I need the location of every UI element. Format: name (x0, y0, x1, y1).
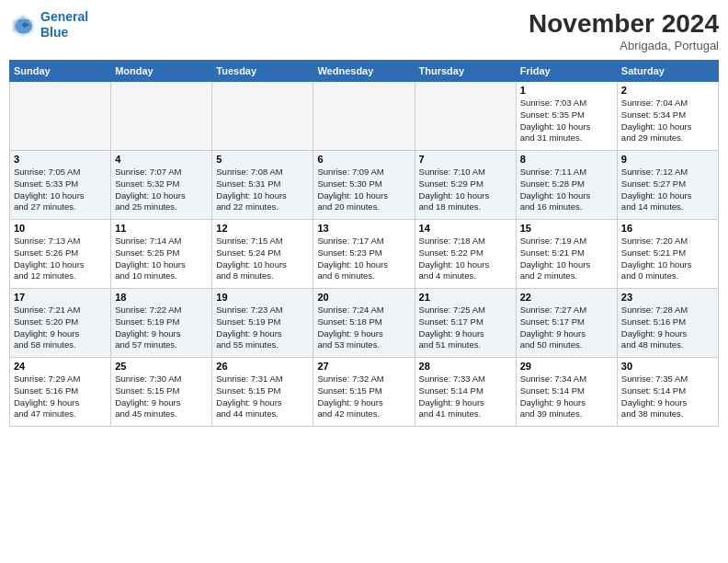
day-info: Sunrise: 7:19 AM Sunset: 5:21 PM Dayligh… (520, 236, 613, 282)
page-header: General Blue November 2024 Abrigada, Por… (9, 9, 719, 52)
calendar-cell: 20Sunrise: 7:24 AM Sunset: 5:18 PM Dayli… (313, 289, 415, 358)
day-number: 2 (621, 85, 714, 96)
calendar-cell: 21Sunrise: 7:25 AM Sunset: 5:17 PM Dayli… (415, 289, 516, 358)
day-info: Sunrise: 7:22 AM Sunset: 5:19 PM Dayligh… (115, 304, 208, 351)
day-info: Sunrise: 7:30 AM Sunset: 5:15 PM Dayligh… (115, 373, 208, 420)
day-info: Sunrise: 7:31 AM Sunset: 5:15 PM Dayligh… (216, 373, 309, 420)
weekday-header-wednesday: Wednesday (313, 61, 415, 82)
calendar-cell: 29Sunrise: 7:34 AM Sunset: 5:14 PM Dayli… (516, 358, 617, 427)
day-number: 19 (216, 292, 309, 303)
calendar-cell: 18Sunrise: 7:22 AM Sunset: 5:19 PM Dayli… (111, 289, 212, 358)
calendar-cell: 4Sunrise: 7:07 AM Sunset: 5:32 PM Daylig… (111, 151, 212, 220)
day-number: 27 (317, 361, 410, 372)
title-block: November 2024 Abrigada, Portugal (529, 9, 719, 52)
calendar-cell: 26Sunrise: 7:31 AM Sunset: 5:15 PM Dayli… (212, 358, 313, 427)
day-info: Sunrise: 7:32 AM Sunset: 5:15 PM Dayligh… (317, 373, 410, 420)
day-info: Sunrise: 7:03 AM Sunset: 5:35 PM Dayligh… (520, 98, 613, 144)
calendar-cell: 14Sunrise: 7:18 AM Sunset: 5:22 PM Dayli… (415, 220, 516, 289)
logo-text-blue: Blue (40, 25, 68, 40)
day-info: Sunrise: 7:18 AM Sunset: 5:22 PM Dayligh… (419, 236, 512, 282)
calendar-cell: 2Sunrise: 7:04 AM Sunset: 5:34 PM Daylig… (617, 82, 718, 151)
day-number: 30 (621, 361, 714, 372)
weekday-header-friday: Friday (516, 61, 617, 82)
day-info: Sunrise: 7:29 AM Sunset: 5:16 PM Dayligh… (14, 373, 107, 420)
calendar-cell: 17Sunrise: 7:21 AM Sunset: 5:20 PM Dayli… (10, 289, 111, 358)
day-info: Sunrise: 7:12 AM Sunset: 5:27 PM Dayligh… (621, 167, 714, 213)
calendar-week-row: 24Sunrise: 7:29 AM Sunset: 5:16 PM Dayli… (10, 358, 719, 427)
day-number: 14 (419, 223, 512, 234)
day-info: Sunrise: 7:24 AM Sunset: 5:18 PM Dayligh… (317, 304, 410, 351)
calendar-cell: 15Sunrise: 7:19 AM Sunset: 5:21 PM Dayli… (516, 220, 617, 289)
weekday-header-saturday: Saturday (617, 61, 718, 82)
day-number: 10 (14, 223, 107, 234)
day-number: 18 (115, 292, 208, 303)
calendar-cell: 12Sunrise: 7:15 AM Sunset: 5:24 PM Dayli… (212, 220, 313, 289)
day-info: Sunrise: 7:20 AM Sunset: 5:21 PM Dayligh… (621, 236, 714, 282)
calendar-table: SundayMondayTuesdayWednesdayThursdayFrid… (9, 60, 719, 427)
weekday-header-row: SundayMondayTuesdayWednesdayThursdayFrid… (10, 61, 719, 82)
calendar-cell: 13Sunrise: 7:17 AM Sunset: 5:23 PM Dayli… (313, 220, 415, 289)
calendar-cell: 7Sunrise: 7:10 AM Sunset: 5:29 PM Daylig… (415, 151, 516, 220)
day-info: Sunrise: 7:33 AM Sunset: 5:14 PM Dayligh… (419, 373, 512, 420)
day-info: Sunrise: 7:09 AM Sunset: 5:30 PM Dayligh… (317, 167, 410, 213)
day-number: 29 (520, 361, 613, 372)
day-info: Sunrise: 7:35 AM Sunset: 5:14 PM Dayligh… (621, 373, 714, 420)
day-number: 9 (621, 154, 714, 165)
month-title: November 2024 (529, 9, 719, 39)
day-info: Sunrise: 7:13 AM Sunset: 5:26 PM Dayligh… (14, 236, 107, 282)
day-info: Sunrise: 7:04 AM Sunset: 5:34 PM Dayligh… (621, 98, 714, 144)
calendar-cell: 8Sunrise: 7:11 AM Sunset: 5:28 PM Daylig… (516, 151, 617, 220)
calendar-week-row: 1Sunrise: 7:03 AM Sunset: 5:35 PM Daylig… (10, 82, 719, 151)
day-info: Sunrise: 7:21 AM Sunset: 5:20 PM Dayligh… (14, 304, 107, 351)
day-info: Sunrise: 7:15 AM Sunset: 5:24 PM Dayligh… (216, 236, 309, 282)
day-number: 13 (317, 223, 410, 234)
calendar-cell: 11Sunrise: 7:14 AM Sunset: 5:25 PM Dayli… (111, 220, 212, 289)
day-number: 21 (419, 292, 512, 303)
calendar-cell: 16Sunrise: 7:20 AM Sunset: 5:21 PM Dayli… (617, 220, 718, 289)
day-info: Sunrise: 7:23 AM Sunset: 5:19 PM Dayligh… (216, 304, 309, 351)
day-number: 8 (520, 154, 613, 165)
day-number: 4 (115, 154, 208, 165)
weekday-header-monday: Monday (111, 61, 212, 82)
logo-icon (9, 11, 37, 39)
day-info: Sunrise: 7:11 AM Sunset: 5:28 PM Dayligh… (520, 167, 613, 213)
day-number: 26 (216, 361, 309, 372)
weekday-header-tuesday: Tuesday (212, 61, 313, 82)
day-number: 12 (216, 223, 309, 234)
calendar-week-row: 3Sunrise: 7:05 AM Sunset: 5:33 PM Daylig… (10, 151, 719, 220)
day-info: Sunrise: 7:05 AM Sunset: 5:33 PM Dayligh… (14, 167, 107, 213)
day-info: Sunrise: 7:34 AM Sunset: 5:14 PM Dayligh… (520, 373, 613, 420)
logo-text-general: General (40, 9, 88, 24)
day-number: 22 (520, 292, 613, 303)
day-number: 17 (14, 292, 107, 303)
calendar-cell: 22Sunrise: 7:27 AM Sunset: 5:17 PM Dayli… (516, 289, 617, 358)
calendar-cell: 25Sunrise: 7:30 AM Sunset: 5:15 PM Dayli… (111, 358, 212, 427)
calendar-cell: 27Sunrise: 7:32 AM Sunset: 5:15 PM Dayli… (313, 358, 415, 427)
calendar-cell: 23Sunrise: 7:28 AM Sunset: 5:16 PM Dayli… (617, 289, 718, 358)
day-info: Sunrise: 7:07 AM Sunset: 5:32 PM Dayligh… (115, 167, 208, 213)
day-number: 15 (520, 223, 613, 234)
day-number: 23 (621, 292, 714, 303)
calendar-cell: 19Sunrise: 7:23 AM Sunset: 5:19 PM Dayli… (212, 289, 313, 358)
day-number: 1 (520, 85, 613, 96)
calendar-week-row: 17Sunrise: 7:21 AM Sunset: 5:20 PM Dayli… (10, 289, 719, 358)
calendar-cell: 1Sunrise: 7:03 AM Sunset: 5:35 PM Daylig… (516, 82, 617, 151)
day-info: Sunrise: 7:17 AM Sunset: 5:23 PM Dayligh… (317, 236, 410, 282)
day-info: Sunrise: 7:10 AM Sunset: 5:29 PM Dayligh… (419, 167, 512, 213)
day-info: Sunrise: 7:27 AM Sunset: 5:17 PM Dayligh… (520, 304, 613, 351)
day-info: Sunrise: 7:28 AM Sunset: 5:16 PM Dayligh… (621, 304, 714, 351)
day-number: 16 (621, 223, 714, 234)
day-info: Sunrise: 7:14 AM Sunset: 5:25 PM Dayligh… (115, 236, 208, 282)
calendar-cell: 5Sunrise: 7:08 AM Sunset: 5:31 PM Daylig… (212, 151, 313, 220)
calendar-cell: 3Sunrise: 7:05 AM Sunset: 5:33 PM Daylig… (10, 151, 111, 220)
day-info: Sunrise: 7:08 AM Sunset: 5:31 PM Dayligh… (216, 167, 309, 213)
calendar-cell (10, 82, 111, 151)
location-subtitle: Abrigada, Portugal (529, 39, 719, 52)
calendar-cell: 9Sunrise: 7:12 AM Sunset: 5:27 PM Daylig… (617, 151, 718, 220)
weekday-header-thursday: Thursday (415, 61, 516, 82)
day-number: 11 (115, 223, 208, 234)
calendar-cell: 30Sunrise: 7:35 AM Sunset: 5:14 PM Dayli… (617, 358, 718, 427)
calendar-week-row: 10Sunrise: 7:13 AM Sunset: 5:26 PM Dayli… (10, 220, 719, 289)
day-number: 5 (216, 154, 309, 165)
calendar-cell: 24Sunrise: 7:29 AM Sunset: 5:16 PM Dayli… (10, 358, 111, 427)
